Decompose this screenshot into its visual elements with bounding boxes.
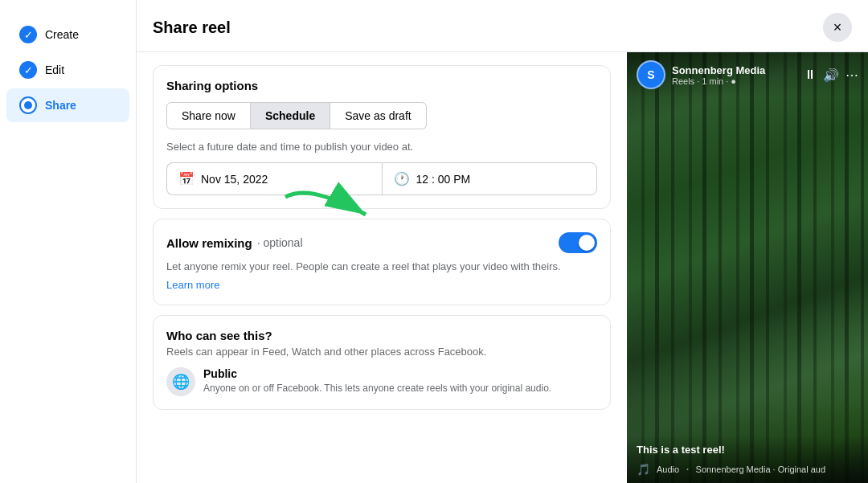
visibility-option-name: Public <box>203 367 551 380</box>
time-field[interactable]: 🕐 12 : 00 PM <box>382 162 598 195</box>
sharing-options-title: Sharing options <box>166 79 597 92</box>
video-audio-bar: 🎵 Audio · Sonnenberg Media · Original au… <box>637 462 858 477</box>
sidebar-item-share-label: Share <box>45 99 76 112</box>
date-value: Nov 15, 2022 <box>201 173 268 186</box>
visibility-option-desc: Anyone on or off Facebook. This lets any… <box>203 383 551 394</box>
optional-label: · optional <box>257 236 303 249</box>
modal-header: Share reel × <box>137 0 868 52</box>
create-step-icon: ✓ <box>19 26 37 43</box>
sidebar-item-share[interactable]: Share <box>6 88 129 122</box>
forest-background: S Sonnenberg Media Reels · 1 min · ● ⏸ 🔊… <box>627 52 868 483</box>
close-button[interactable]: × <box>823 13 852 42</box>
sidebar-item-edit-label: Edit <box>45 63 64 76</box>
video-caption: This is a test reel! <box>637 444 858 456</box>
video-controls: ⏸ 🔊 ⋯ <box>804 68 858 83</box>
sharing-options-card: Sharing options Share now Schedule Save … <box>153 65 611 209</box>
remixing-title-row: Allow remixing · optional <box>166 236 303 250</box>
share-now-tab[interactable]: Share now <box>166 102 251 129</box>
remixing-toggle[interactable] <box>559 232 597 253</box>
visibility-option[interactable]: 🌐 Public Anyone on or off Facebook. This… <box>166 367 597 396</box>
main-area: Share reel × Sharing options Share now S… <box>137 0 868 483</box>
edit-step-icon: ✓ <box>19 61 37 79</box>
audio-icon: 🎵 <box>637 463 650 476</box>
schedule-tab[interactable]: Schedule <box>251 102 330 129</box>
content-split: Sharing options Share now Schedule Save … <box>137 52 868 483</box>
more-options-button[interactable]: ⋯ <box>845 68 858 83</box>
calendar-icon: 📅 <box>178 171 194 186</box>
sharing-tabs: Share now Schedule Save as draft <box>166 102 597 129</box>
audio-channel: Sonnenberg Media · Original aud <box>696 465 825 474</box>
remixing-section: Allow remixing · optional Let anyone rem… <box>153 219 611 305</box>
video-channel-info: S Sonnenberg Media Reels · 1 min · ● <box>637 60 765 89</box>
sidebar-item-edit[interactable]: ✓ Edit <box>6 53 129 87</box>
sidebar-item-create[interactable]: ✓ Create <box>6 18 129 51</box>
video-top-bar: S Sonnenberg Media Reels · 1 min · ● ⏸ 🔊… <box>627 52 868 97</box>
video-preview: S Sonnenberg Media Reels · 1 min · ● ⏸ 🔊… <box>627 52 868 483</box>
modal-title: Share reel <box>153 18 231 37</box>
date-field[interactable]: 📅 Nov 15, 2022 <box>166 162 382 195</box>
remixing-title: Allow remixing <box>166 236 252 250</box>
save-draft-tab[interactable]: Save as draft <box>330 102 427 129</box>
audio-label: Audio <box>657 465 679 474</box>
learn-more-link[interactable]: Learn more <box>166 279 219 291</box>
schedule-description: Select a future date and time to publish… <box>166 141 597 153</box>
form-area: Sharing options Share now Schedule Save … <box>137 52 627 483</box>
channel-text: Sonnenberg Media Reels · 1 min · ● <box>672 64 765 86</box>
channel-name: Sonnenberg Media <box>672 64 765 76</box>
pause-button[interactable]: ⏸ <box>804 68 817 82</box>
remixing-header: Allow remixing · optional <box>166 232 597 253</box>
visibility-subtitle: Reels can appear in Feed, Watch and othe… <box>166 346 597 358</box>
share-step-icon <box>19 96 37 114</box>
datetime-row: 📅 Nov 15, 2022 🕐 12 : 00 PM <box>166 162 597 195</box>
audio-separator: · <box>686 462 689 477</box>
time-value: 12 : 00 PM <box>416 173 471 186</box>
visibility-section: Who can see this? Reels can appear in Fe… <box>153 315 611 410</box>
sidebar: ✓ Create ✓ Edit Share <box>0 0 137 483</box>
channel-avatar: S <box>637 60 665 89</box>
public-icon: 🌐 <box>166 367 195 396</box>
visibility-option-text: Public Anyone on or off Facebook. This l… <box>203 367 551 395</box>
volume-button[interactable]: 🔊 <box>823 68 839 83</box>
sidebar-item-create-label: Create <box>45 28 79 41</box>
remixing-description: Let anyone remix your reel. People can c… <box>166 260 597 274</box>
clock-icon: 🕐 <box>394 171 410 186</box>
visibility-title: Who can see this? <box>166 329 597 342</box>
channel-meta: Reels · 1 min · ● <box>672 76 765 86</box>
video-bottom-bar: This is a test reel! 🎵 Audio · Sonnenber… <box>627 436 868 483</box>
